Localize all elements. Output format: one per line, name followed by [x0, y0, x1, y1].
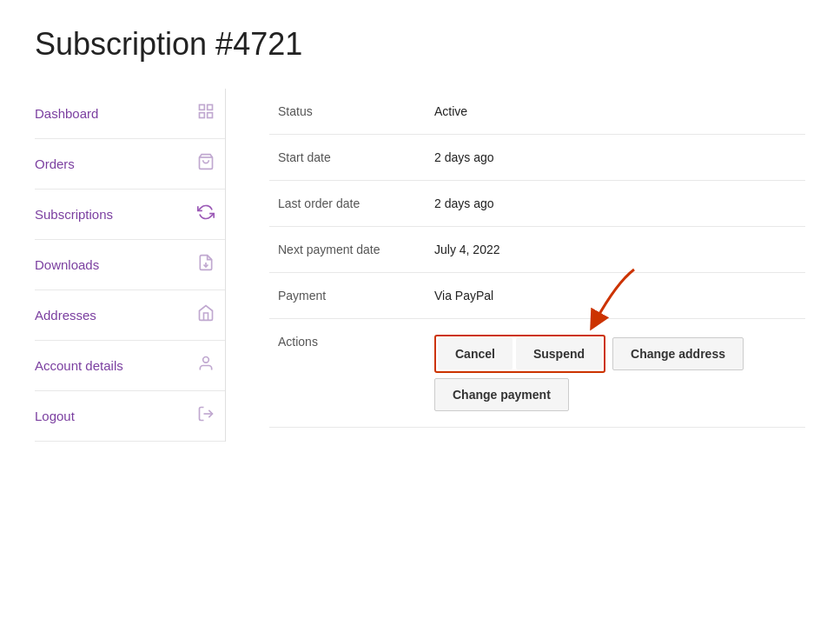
orders-icon	[195, 153, 216, 175]
content-area: DashboardOrdersSubscriptionsDownloadsAdd…	[35, 89, 805, 442]
page: Subscription #4721 DashboardOrdersSubscr…	[0, 0, 840, 632]
sidebar-item-label-account-details: Account details	[35, 358, 123, 373]
change-address-button[interactable]: Change address	[612, 337, 744, 370]
sidebar-item-dashboard[interactable]: Dashboard	[35, 89, 225, 139]
svg-rect-2	[208, 113, 213, 118]
svg-rect-0	[200, 105, 205, 110]
field-value: 2 days ago	[426, 135, 805, 181]
sidebar-item-label-orders: Orders	[35, 156, 75, 171]
subscriptions-icon	[195, 203, 216, 225]
field-label: Start date	[269, 135, 426, 181]
sidebar-item-account-details[interactable]: Account details	[35, 341, 225, 391]
field-row-last-order-date: Last order date2 days ago	[269, 181, 805, 227]
sidebar-item-label-dashboard: Dashboard	[35, 106, 98, 121]
account-details-icon	[195, 355, 216, 376]
field-value: Via PayPal	[426, 273, 805, 319]
actions-label: Actions	[269, 319, 426, 428]
sidebar-item-label-logout: Logout	[35, 409, 75, 423]
field-label: Last order date	[269, 181, 426, 227]
field-value: 2 days ago	[426, 181, 805, 227]
sidebar-item-addresses[interactable]: Addresses	[35, 290, 225, 341]
field-label: Status	[269, 89, 426, 135]
actions-cell: Cancel Suspend Change address Change pay…	[426, 319, 805, 428]
field-row-status: StatusActive	[269, 89, 805, 135]
cancel-button[interactable]: Cancel	[438, 338, 513, 369]
sidebar-item-label-downloads: Downloads	[35, 257, 99, 272]
dashboard-icon	[195, 103, 216, 124]
second-row-actions: Change payment	[434, 378, 797, 411]
field-value: July 4, 2022	[426, 227, 805, 273]
sidebar-item-orders[interactable]: Orders	[35, 139, 225, 190]
sidebar-item-label-subscriptions: Subscriptions	[35, 207, 113, 222]
addresses-icon	[195, 304, 216, 326]
sidebar-item-label-addresses: Addresses	[35, 308, 96, 323]
page-title: Subscription #4721	[35, 26, 805, 63]
change-payment-button[interactable]: Change payment	[434, 378, 569, 411]
sidebar-item-subscriptions[interactable]: Subscriptions	[35, 190, 225, 240]
actions-row-tr: Actions	[269, 319, 805, 428]
sidebar: DashboardOrdersSubscriptionsDownloadsAdd…	[35, 89, 226, 442]
suspend-button[interactable]: Suspend	[516, 338, 602, 369]
field-label: Next payment date	[269, 227, 426, 273]
field-row-start-date: Start date2 days ago	[269, 135, 805, 181]
svg-point-6	[203, 357, 209, 363]
sidebar-item-logout[interactable]: Logout	[35, 391, 225, 442]
actions-wrapper: Cancel Suspend Change address Change pay…	[434, 335, 797, 411]
svg-rect-3	[200, 113, 205, 118]
svg-rect-1	[208, 105, 213, 110]
field-row-next-payment-date: Next payment dateJuly 4, 2022	[269, 227, 805, 273]
field-label: Payment	[269, 273, 426, 319]
downloads-icon	[195, 254, 216, 276]
highlighted-actions-group: Cancel Suspend	[434, 335, 605, 373]
main-content: StatusActiveStart date2 days agoLast ord…	[226, 89, 805, 442]
field-value: Active	[426, 89, 805, 135]
logout-icon	[195, 405, 216, 427]
subscription-details-table: StatusActiveStart date2 days agoLast ord…	[269, 89, 805, 428]
sidebar-item-downloads[interactable]: Downloads	[35, 240, 225, 290]
field-row-payment: PaymentVia PayPal	[269, 273, 805, 319]
